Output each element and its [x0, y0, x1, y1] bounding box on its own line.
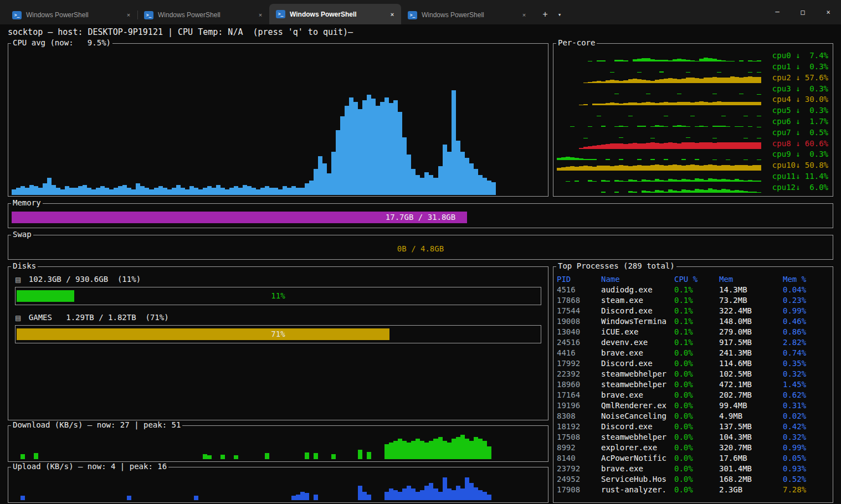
chart-bar — [712, 77, 717, 83]
tab-close-icon[interactable]: × — [387, 9, 398, 20]
tab-close-icon[interactable]: × — [123, 9, 134, 20]
process-cell-mem: 279.0MB — [719, 327, 783, 337]
chart-bar — [614, 143, 619, 149]
chart-bar — [668, 142, 673, 149]
chart-bar — [296, 495, 300, 500]
core-history-chart — [557, 149, 762, 160]
process-row[interactable]: 17908rust-analyzer.0.0%2.3GB7.28% — [557, 485, 829, 495]
process-cell-memp: 0.31% — [783, 400, 829, 411]
chart-bar — [416, 492, 420, 501]
chart-bar — [677, 191, 681, 193]
terminal-content[interactable]: socktop — host: DESKTOP-9P19121 | CPU Te… — [0, 24, 841, 504]
disk-icon: ▤ — [15, 314, 21, 322]
process-row[interactable]: 18960steamwebhelper0.0%472.1MB1.45% — [557, 379, 829, 390]
chart-bar — [478, 490, 483, 500]
core-label: cpu3 ↓ 0.3% — [766, 84, 828, 94]
tab-1[interactable]: >_ Windows PowerShell × — [6, 6, 137, 24]
minimize-button[interactable]: ─ — [765, 0, 790, 24]
chart-bar — [65, 186, 69, 195]
new-tab-button[interactable]: + — [537, 7, 553, 22]
memory-title: Memory — [11, 198, 43, 207]
process-row[interactable]: 17992Discord.exe0.0%114.6MB0.35% — [557, 358, 829, 369]
chart-bar — [265, 186, 269, 195]
process-row[interactable]: 17868steam.exe0.1%73.2MB0.23% — [557, 295, 829, 306]
chart-bar — [469, 483, 474, 500]
disk-entry-system: ▤ 102.3GB / 930.6GB (11%) 11% — [15, 274, 541, 305]
chart-bar — [699, 142, 704, 149]
tab-4[interactable]: >_ Windows PowerShell × — [401, 6, 533, 24]
process-row[interactable]: 18192Discord.exe0.0%137.5MB0.42% — [557, 421, 829, 432]
process-row[interactable]: 24516devenv.exe0.1%917.5MB2.82% — [557, 337, 829, 348]
process-row[interactable]: 22392steamwebhelper0.0%102.5MB0.32% — [557, 369, 829, 379]
process-cell-pid: 17868 — [557, 295, 601, 306]
chart-bar — [34, 453, 38, 459]
chart-bar — [127, 188, 131, 195]
chart-bar — [411, 441, 416, 459]
chart-bar — [203, 454, 207, 459]
process-cell-mem: 102.5MB — [719, 369, 783, 379]
process-row[interactable]: 23792brave.exe0.0%301.4MB0.93% — [557, 464, 829, 474]
chart-bar — [633, 143, 637, 149]
process-row[interactable]: 17544Discord.exe0.1%322.4MB0.99% — [557, 306, 829, 316]
process-cell-memp: 0.93% — [783, 464, 829, 474]
bottom-left-column: Disks ▤ 102.3GB / 930.6GB (11%) 11% ▤ GA… — [8, 266, 548, 503]
close-button[interactable]: × — [816, 0, 841, 24]
chart-bar — [465, 439, 469, 459]
top-row: CPU avg (now: 9.5%) Per-core cpu0 ↓ 7.4%… — [8, 43, 833, 197]
process-row[interactable]: 19008WindowsTermina0.1%148.0MB0.46% — [557, 316, 829, 327]
chart-bar — [416, 175, 420, 195]
chart-bar — [681, 142, 686, 148]
process-row[interactable]: 8992explorer.exe0.0%320.7MB0.99% — [557, 443, 829, 453]
cpu-avg-chart — [12, 52, 545, 195]
process-row[interactable]: 4516audiodg.exe0.1%14.3MB0.04% — [557, 285, 829, 295]
process-cell-memp: 0.32% — [783, 369, 829, 379]
chart-bar — [592, 167, 597, 171]
chart-bar — [438, 492, 443, 501]
chart-bar — [606, 166, 610, 171]
tab-close-icon[interactable]: × — [255, 9, 266, 20]
memory-gauge: 17.7GB / 31.8GB — [12, 212, 829, 223]
process-row[interactable]: 4416brave.exe0.0%241.3MB0.74% — [557, 348, 829, 358]
process-row[interactable]: 17508steamwebhelper0.0%104.3MB0.32% — [557, 432, 829, 443]
chart-bar — [673, 79, 677, 84]
process-row[interactable]: 24952ServiceHub.Hos0.0%168.2MB0.52% — [557, 474, 829, 485]
chart-bar — [163, 188, 167, 195]
process-row[interactable]: 8308NoiseCanceling0.0%4.9MB0.02% — [557, 411, 829, 421]
process-cell-memp: 7.28% — [783, 485, 829, 495]
core-row: cpu10↓ 50.8% — [557, 160, 828, 171]
chart-bar — [371, 99, 376, 195]
maximize-button[interactable]: □ — [790, 0, 816, 24]
chart-bar — [690, 142, 695, 148]
process-cell-pid: 4516 — [557, 285, 601, 295]
core-row: cpu11↓ 11.4% — [557, 171, 828, 182]
chart-bar — [704, 142, 708, 149]
chart-bar — [456, 437, 460, 459]
tab-3-active[interactable]: >_ Windows PowerShell × — [269, 4, 401, 24]
chart-bar — [483, 178, 487, 195]
process-row[interactable]: 8140AcPowerNotific0.0%17.6MB0.05% — [557, 453, 829, 464]
tab-close-icon[interactable]: × — [519, 9, 530, 20]
process-row[interactable]: 17164brave.exe0.0%202.7MB0.62% — [557, 390, 829, 400]
process-row[interactable]: 13040iCUE.exe0.1%279.0MB0.86% — [557, 327, 829, 337]
chart-bar — [358, 486, 362, 500]
chart-bar — [628, 79, 633, 83]
process-row[interactable]: 19196QmlRenderer.ex0.0%99.4MB0.31% — [557, 400, 829, 411]
powershell-icon: >_ — [276, 10, 285, 18]
process-cell-pid: 19196 — [557, 400, 601, 411]
chart-bar — [256, 189, 260, 195]
chart-bar — [74, 188, 78, 195]
chart-bar — [757, 165, 761, 171]
chart-bar — [176, 185, 181, 195]
upload-chart — [12, 475, 545, 501]
chart-bar — [752, 192, 757, 193]
chart-bar — [460, 488, 465, 500]
process-cell-memp: 0.05% — [783, 453, 829, 464]
download-title: Download (KB/s) — now: 27 | peak: 51 — [11, 420, 182, 429]
chart-bar — [619, 143, 623, 148]
chart-bar — [478, 439, 483, 459]
disks-panel: Disks ▤ 102.3GB / 930.6GB (11%) 11% ▤ GA… — [8, 266, 548, 420]
tab-dropdown-icon[interactable]: ▾ — [553, 7, 566, 22]
chart-bar — [735, 190, 739, 193]
chart-bar — [69, 188, 74, 195]
tab-2[interactable]: >_ Windows PowerShell × — [137, 6, 269, 24]
